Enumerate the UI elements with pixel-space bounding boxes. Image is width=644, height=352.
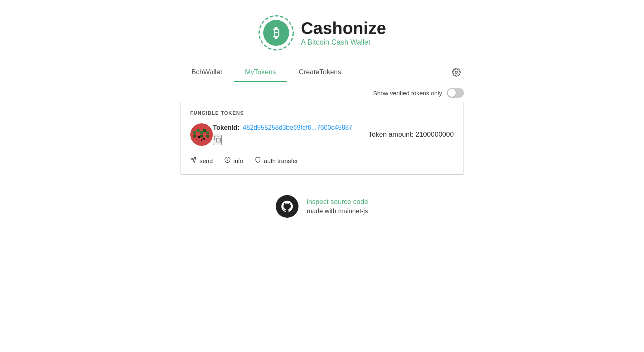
token-id-row: TokenId: 482d555258d3be69fef6...7600c458… <box>213 124 368 131</box>
tab-bch-wallet[interactable]: BchWallet <box>180 64 234 82</box>
svg-rect-16 <box>203 138 205 140</box>
app-title: Cashonize <box>301 19 386 38</box>
svg-rect-14 <box>206 135 209 137</box>
svg-rect-15 <box>198 136 200 138</box>
send-icon <box>190 157 197 165</box>
fungible-tokens-section: FUNGIBLE TOKENS <box>180 102 464 175</box>
footer-text: inspect source code made with mainnet-js <box>307 198 368 215</box>
token-row: TokenId: 482d555258d3be69fef6...7600c458… <box>190 123 454 146</box>
info-icon <box>224 157 231 165</box>
logo-text: Cashonize A Bitcoin Cash Wallet <box>301 19 386 46</box>
svg-rect-18 <box>217 138 221 142</box>
app-subtitle: A Bitcoin Cash Wallet <box>301 38 386 47</box>
token-id-value: 482d555258d3be69fef6...7600c45887 <box>243 124 352 131</box>
copy-button-row <box>213 134 368 145</box>
token-avatar <box>190 123 213 146</box>
made-with-label: made with mainnet-js <box>307 208 368 215</box>
svg-rect-7 <box>200 131 203 134</box>
auth-transfer-label: auth transfer <box>264 157 298 164</box>
logo-icon: ₿ <box>258 15 294 51</box>
svg-rect-8 <box>203 129 206 132</box>
footer: inspect source code made with mainnet-js <box>276 195 368 218</box>
logo-section: ₿ Cashonize A Bitcoin Cash Wallet <box>258 15 386 51</box>
auth-transfer-button[interactable]: auth transfer <box>255 157 298 165</box>
token-amount: Token amount: 2100000000 <box>368 131 454 139</box>
shield-icon <box>255 157 261 165</box>
svg-text:₿: ₿ <box>273 26 279 40</box>
svg-rect-17 <box>201 140 202 141</box>
section-title: FUNGIBLE TOKENS <box>190 110 454 116</box>
svg-rect-11 <box>197 132 200 135</box>
tab-create-tokens[interactable]: CreateTokens <box>287 64 352 82</box>
svg-rect-6 <box>197 129 200 132</box>
copy-id-button[interactable] <box>213 135 222 145</box>
token-actions: send info auth transfer <box>190 153 454 165</box>
svg-point-3 <box>455 71 457 73</box>
send-button[interactable]: send <box>190 157 213 165</box>
toggle-row: Show verified tokens only <box>180 82 464 102</box>
svg-rect-13 <box>203 132 206 135</box>
settings-button[interactable] <box>449 64 464 82</box>
tab-my-tokens[interactable]: MyTokens <box>234 64 288 82</box>
info-button[interactable]: info <box>224 157 243 165</box>
svg-rect-9 <box>206 131 209 134</box>
svg-rect-10 <box>193 135 196 137</box>
send-label: send <box>200 157 213 164</box>
toggle-label: Show verified tokens only <box>373 90 442 97</box>
navigation-tabs: BchWallet MyTokens CreateTokens <box>180 64 464 82</box>
token-id-label: TokenId: <box>213 124 239 131</box>
info-label: info <box>234 157 243 164</box>
token-info: TokenId: 482d555258d3be69fef6...7600c458… <box>213 124 368 145</box>
github-icon <box>276 195 298 218</box>
svg-rect-5 <box>193 131 196 134</box>
verified-tokens-toggle[interactable] <box>447 88 464 98</box>
svg-rect-12 <box>200 135 203 137</box>
inspect-source-link[interactable]: inspect source code <box>307 198 368 206</box>
